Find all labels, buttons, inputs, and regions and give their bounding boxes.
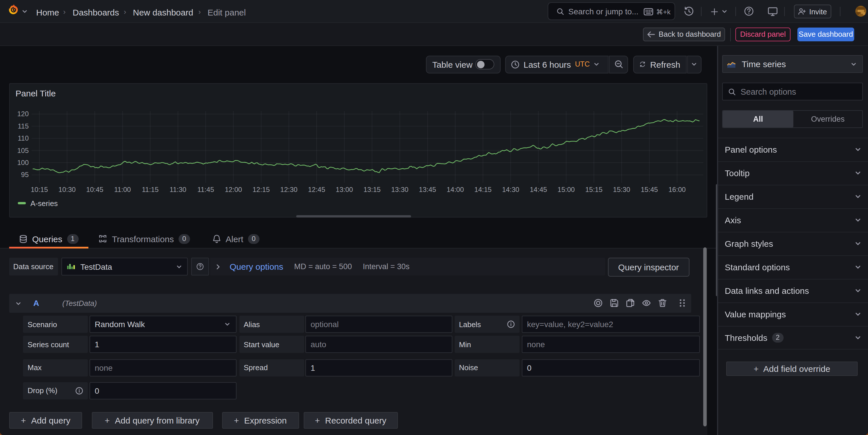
svg-text:11:45: 11:45 (197, 185, 214, 193)
svg-text:11:15: 11:15 (142, 185, 158, 193)
svg-text:13:30: 13:30 (391, 185, 408, 193)
svg-text:12:30: 12:30 (280, 185, 298, 193)
svg-text:13:00: 13:00 (336, 185, 353, 193)
svg-text:12:15: 12:15 (253, 185, 270, 193)
svg-text:10:30: 10:30 (59, 185, 76, 193)
svg-text:14:30: 14:30 (502, 185, 519, 193)
svg-text:100: 100 (17, 158, 29, 166)
svg-text:14:15: 14:15 (474, 185, 492, 193)
svg-text:10:15: 10:15 (31, 185, 48, 193)
svg-text:13:45: 13:45 (419, 185, 436, 193)
svg-text:15:00: 15:00 (557, 185, 575, 193)
svg-text:10:45: 10:45 (86, 185, 103, 193)
svg-text:15:45: 15:45 (641, 185, 658, 193)
svg-text:115: 115 (18, 122, 29, 130)
svg-text:16:00: 16:00 (669, 185, 686, 193)
svg-text:12:45: 12:45 (308, 185, 325, 193)
svg-text:14:45: 14:45 (530, 185, 547, 193)
svg-text:11:00: 11:00 (114, 185, 131, 193)
svg-text:105: 105 (17, 146, 29, 154)
svg-text:14:00: 14:00 (446, 185, 464, 193)
svg-text:110: 110 (18, 134, 29, 142)
svg-text:13:15: 13:15 (363, 185, 381, 193)
svg-text:15:30: 15:30 (613, 185, 630, 193)
svg-text:15:15: 15:15 (585, 185, 602, 193)
svg-text:12:00: 12:00 (225, 185, 242, 193)
svg-text:120: 120 (17, 110, 29, 117)
svg-text:11:30: 11:30 (169, 185, 186, 193)
svg-text:95: 95 (21, 170, 29, 178)
